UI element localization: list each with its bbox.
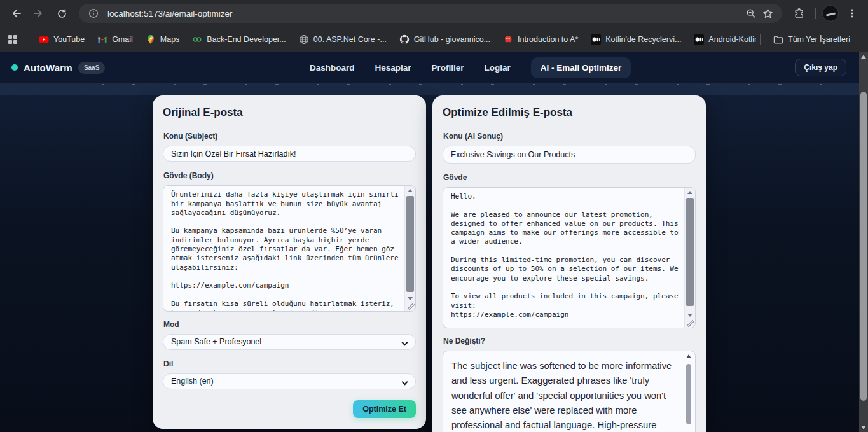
optimized-card-title: Optimize Edilmiş E-posta [443, 106, 696, 119]
webpage: AutoWarm SaaS Dashboard Hesaplar Profill… [0, 52, 859, 432]
optimized-email-card: Optimize Edilmiş E-posta Konu (AI Sonuç)… [432, 95, 706, 432]
youtube-icon [39, 34, 49, 45]
all-bookmarks-button[interactable]: Tüm Yer İşaretleri [768, 31, 855, 48]
scroll-up-icon[interactable] [861, 55, 866, 59]
optimized-body-textarea[interactable]: Hello, We are pleased to announce our la… [443, 187, 696, 328]
bookmark-maps[interactable]: Maps [141, 31, 185, 48]
bookmark-android-kotlin-frag[interactable]: Android-Kotlin Frag... [689, 31, 757, 48]
bookmark-label: Back-End Developer... [207, 35, 286, 44]
main-nav: Dashboard Hesaplar Profiller Loglar AI -… [310, 52, 631, 83]
language-select-value: English (en) [171, 377, 214, 386]
optimized-body-label: Gövde [443, 173, 696, 182]
changes-scrollbar[interactable] [684, 351, 693, 432]
scroll-up-icon[interactable] [686, 354, 691, 358]
screenshot-root: localhost:5173/ai/email-optimizer [0, 0, 868, 432]
nav-loglar[interactable]: Loglar [485, 63, 511, 73]
browser-toolbar: localhost:5173/ai/email-optimizer [0, 0, 868, 27]
roadmap-icon [192, 34, 202, 45]
scroll-thumb[interactable] [860, 92, 867, 401]
bookmark-label: Gmail [112, 35, 133, 44]
scroll-down-icon[interactable] [405, 294, 415, 303]
extensions-icon[interactable] [790, 4, 809, 23]
url-text[interactable]: localhost:5173/ai/email-optimizer [107, 9, 743, 18]
scroll-up-icon[interactable] [685, 188, 695, 197]
bookmarks-bar: YouTube Gmail Maps Back-End Developer... [0, 27, 868, 52]
original-subject-input[interactable] [163, 146, 416, 162]
language-label: Dil [163, 359, 416, 368]
apps-grid-icon[interactable] [8, 34, 18, 45]
mode-label: Mod [163, 320, 416, 329]
body-label: Gövde (Body) [163, 171, 416, 180]
optimized-subject-input[interactable] [443, 146, 696, 164]
brand-badge: SaaS [78, 62, 105, 74]
maps-icon [146, 34, 156, 45]
bookmarks-right-divider [760, 34, 761, 45]
bookmark-aspnet-core[interactable]: 00. ASP.Net Core -... [294, 31, 392, 48]
original-email-card: Orijinal E-posta Konu (Subject) Gövde (B… [153, 95, 426, 429]
scroll-thumb[interactable] [686, 198, 694, 306]
bookmark-intro-astar[interactable]: Introduction to A* [498, 31, 583, 48]
zoom-icon[interactable] [743, 5, 759, 22]
bookmark-star-icon[interactable] [759, 5, 776, 22]
bookmarks-divider [27, 34, 27, 45]
site-info-icon[interactable] [85, 5, 102, 22]
optimize-button[interactable]: Optimize Et [353, 400, 416, 418]
mode-select[interactable]: Spam Safe + Profesyonel [163, 334, 416, 350]
bookmark-label: Maps [160, 35, 180, 44]
resize-grip-icon[interactable] [408, 303, 415, 310]
globe-icon [299, 34, 309, 45]
language-select[interactable]: English (en) [163, 373, 416, 389]
bookmark-youtube[interactable]: YouTube [34, 31, 90, 48]
app-header: AutoWarm SaaS Dashboard Hesaplar Profill… [0, 52, 859, 83]
bookmark-backend-developer[interactable]: Back-End Developer... [187, 31, 291, 48]
scroll-down-icon[interactable] [861, 426, 866, 429]
textarea-scrollbar[interactable] [684, 188, 695, 328]
brand[interactable]: AutoWarm SaaS [11, 62, 105, 74]
clipped-content-band [0, 83, 859, 95]
bookmark-label: GitHub - giovannico... [414, 35, 490, 44]
original-body-textarea[interactable]: Ürünlerimizi daha fazla kişiye ulaştırma… [163, 185, 416, 311]
page-scrollbar[interactable] [859, 52, 868, 432]
ai-subject-label: Konu (AI Sonuç) [443, 132, 696, 141]
back-button[interactable] [6, 4, 25, 23]
nav-ai-email-optimizer[interactable]: AI - Email Optimizer [531, 57, 631, 78]
scroll-up-icon[interactable] [405, 186, 415, 195]
nav-dashboard[interactable]: Dashboard [310, 63, 355, 73]
original-body-text: Ürünlerimizi daha fazla kişiye ulaştırma… [163, 186, 404, 310]
nav-profiller[interactable]: Profiller [432, 63, 464, 73]
nav-hesaplar[interactable]: Hesaplar [375, 63, 411, 73]
scroll-thumb[interactable] [686, 364, 691, 424]
gmail-icon [97, 34, 107, 45]
red-blob-icon [503, 34, 513, 45]
logout-button[interactable]: Çıkış yap [795, 59, 846, 76]
address-bar[interactable]: localhost:5173/ai/email-optimizer [79, 4, 782, 23]
bookmark-label: Introduction to A* [518, 35, 578, 44]
menu-icon[interactable] [843, 4, 862, 23]
medium-icon [694, 34, 704, 45]
toolbar-divider [815, 8, 816, 19]
medium-icon [591, 34, 601, 45]
changes-text: The subject line was softened to be more… [443, 351, 681, 432]
forward-button[interactable] [29, 4, 48, 23]
chevron-down-icon [402, 339, 408, 345]
scroll-thumb[interactable] [406, 196, 414, 291]
resize-grip-icon[interactable] [687, 320, 694, 327]
bookmark-label: YouTube [53, 35, 85, 44]
reload-button[interactable] [52, 4, 71, 23]
optimized-body-text: Hello, We are pleased to announce our la… [443, 188, 684, 328]
changes-box[interactable]: The subject line was softened to be more… [443, 351, 696, 432]
bookmark-gmail[interactable]: Gmail [92, 31, 138, 48]
github-icon [399, 34, 410, 45]
textarea-scrollbar[interactable] [404, 186, 415, 310]
original-card-title: Orijinal E-posta [163, 106, 416, 119]
bookmark-label: Android-Kotlin Frag... [708, 35, 757, 44]
bookmark-kotlin-recyclerview[interactable]: Kotlin'de Recyclervi... [586, 31, 686, 48]
profile-avatar[interactable] [822, 5, 839, 22]
subject-label: Konu (Subject) [163, 132, 416, 141]
brand-dot-icon [11, 64, 18, 71]
bookmarks-list: YouTube Gmail Maps Back-End Developer... [8, 31, 757, 48]
folder-icon [773, 34, 783, 45]
bookmark-github[interactable]: GitHub - giovannico... [394, 31, 495, 48]
mode-select-value: Spam Safe + Profesyonel [171, 337, 261, 346]
scroll-down-icon[interactable] [685, 310, 695, 320]
